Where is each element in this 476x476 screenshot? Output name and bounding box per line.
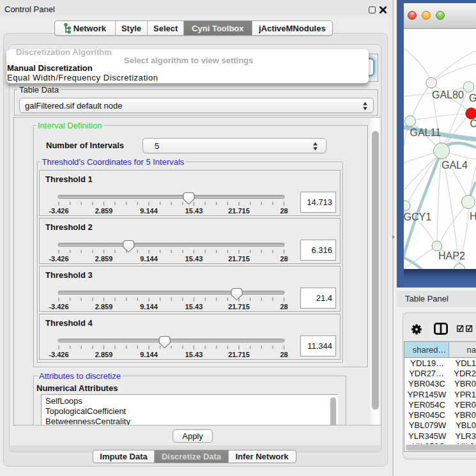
svg-text:Threshold 4: Threshold 4	[45, 318, 93, 328]
svg-text:2.859: 2.859	[95, 255, 113, 263]
svg-text:15.43: 15.43	[185, 303, 203, 311]
svg-text:Threshold 1: Threshold 1	[45, 174, 93, 184]
svg-text:GCY1: GCY1	[404, 211, 431, 222]
svg-text:15.43: 15.43	[185, 255, 203, 263]
svg-text:2.859: 2.859	[95, 303, 113, 311]
svg-text:-3.426: -3.426	[49, 255, 68, 263]
svg-text:2.859: 2.859	[95, 207, 113, 215]
svg-text:C: C	[470, 118, 476, 129]
svg-text:GA: GA	[469, 93, 476, 104]
svg-text:15.43: 15.43	[185, 351, 203, 358]
svg-text:HAP2: HAP2	[438, 250, 465, 261]
svg-text:9.144: 9.144	[140, 207, 158, 215]
svg-text:GAL11: GAL11	[410, 127, 441, 138]
svg-text:28: 28	[280, 351, 288, 358]
svg-text:-3.426: -3.426	[49, 303, 68, 311]
svg-text:-3.426: -3.426	[49, 351, 68, 358]
svg-text:28: 28	[280, 303, 288, 311]
svg-text:15.43: 15.43	[185, 207, 203, 215]
svg-text:Threshold 3: Threshold 3	[45, 270, 93, 280]
svg-text:21.715: 21.715	[228, 303, 250, 311]
svg-text:2.859: 2.859	[95, 351, 113, 358]
svg-text:Threshold 2: Threshold 2	[45, 222, 93, 232]
svg-text:9.144: 9.144	[140, 351, 158, 358]
svg-text:9.144: 9.144	[140, 255, 158, 263]
svg-text:9.144: 9.144	[140, 303, 158, 311]
svg-text:21.715: 21.715	[228, 255, 250, 263]
svg-text:21.715: 21.715	[228, 207, 250, 215]
svg-text:-3.426: -3.426	[49, 207, 68, 215]
svg-text:GAL80: GAL80	[432, 89, 464, 100]
svg-text:GAL4: GAL4	[441, 160, 468, 171]
svg-text:H: H	[470, 211, 476, 222]
svg-text:21.715: 21.715	[228, 351, 250, 358]
svg-text:28: 28	[280, 255, 288, 263]
svg-text:28: 28	[280, 207, 288, 215]
